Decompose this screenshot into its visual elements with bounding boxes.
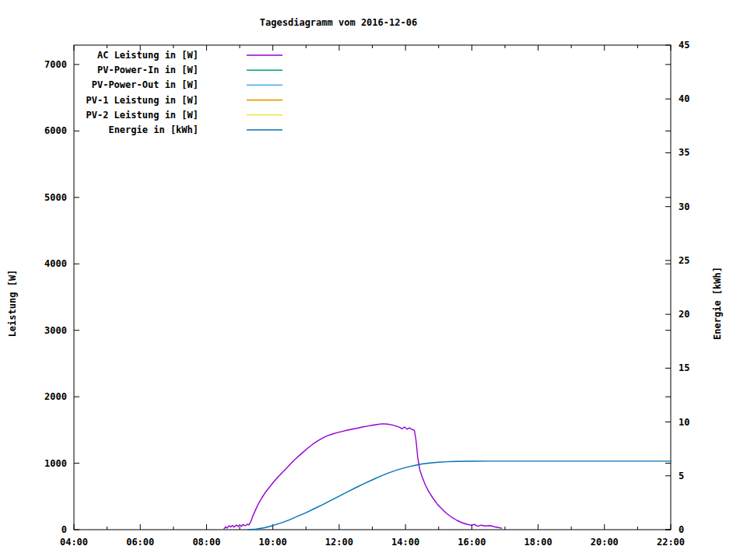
x-tick-label: 06:00 (126, 537, 154, 548)
y-right-tick-label: 25 (679, 255, 689, 266)
y-left-tick-label: 7000 (44, 59, 67, 70)
chart-canvas: 04:0006:0008:0010:0012:0014:0016:0018:00… (0, 0, 747, 560)
x-tick-label: 10:00 (259, 537, 287, 548)
legend-label: PV-1 Leistung in [W] (86, 95, 199, 106)
y-right-tick-label: 30 (679, 201, 689, 212)
legend-label: Energie in [kWh] (108, 124, 198, 135)
x-tick-label: 18:00 (524, 537, 552, 548)
y-right-tick-label: 0 (679, 524, 684, 535)
y-left-tick-label: 1000 (44, 458, 67, 469)
legend-label: PV-2 Leistung in [W] (86, 110, 199, 121)
y-right-tick-label: 40 (679, 93, 689, 104)
y-left-tick-label: 5000 (44, 192, 67, 203)
legend-label: AC Leistung in [W] (97, 50, 198, 61)
y-right-tick-label: 10 (679, 417, 689, 428)
y-right-tick-label: 20 (679, 309, 689, 320)
plot-page: Tagesdiagramm vom 2016-12-06 Leistung [W… (0, 0, 747, 560)
legend-label: PV-Power-In in [W] (97, 65, 198, 75)
y-left-tick-label: 6000 (44, 125, 67, 136)
y-left-tick-label: 2000 (44, 391, 67, 402)
y-left-tick-label: 0 (61, 524, 67, 535)
x-tick-label: 16:00 (458, 537, 486, 548)
y-left-tick-label: 4000 (44, 258, 67, 269)
y-right-tick-label: 45 (679, 40, 689, 51)
x-tick-label: 12:00 (325, 537, 353, 548)
x-tick-label: 20:00 (591, 537, 619, 548)
y-right-tick-label: 15 (679, 362, 689, 373)
x-tick-label: 08:00 (192, 537, 220, 548)
y-left-tick-label: 3000 (44, 325, 67, 336)
y-right-tick-label: 5 (679, 471, 684, 481)
series-line-energie-in-kwh (248, 461, 671, 530)
series-line-ac-leistung-in-w (224, 424, 502, 529)
x-tick-label: 22:00 (657, 537, 685, 548)
legend-label: PV-Power-Out in [W] (92, 79, 198, 90)
x-tick-label: 14:00 (391, 537, 419, 548)
x-tick-label: 04:00 (60, 537, 88, 548)
y-right-tick-label: 35 (679, 147, 689, 158)
